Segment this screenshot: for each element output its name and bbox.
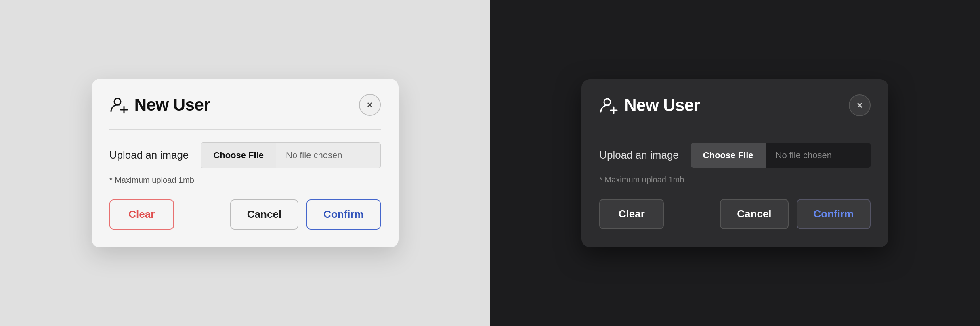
dark-no-file-label: No file chosen: [766, 143, 871, 168]
close-button[interactable]: ×: [359, 94, 381, 116]
dark-file-upload-row: Upload an image Choose File No file chos…: [599, 143, 871, 168]
dark-confirm-button[interactable]: Confirm: [797, 199, 871, 229]
dark-choose-file-button[interactable]: Choose File: [691, 143, 766, 168]
dark-close-button[interactable]: ×: [849, 94, 871, 116]
upload-label: Upload an image: [109, 149, 189, 161]
svg-point-0: [114, 98, 121, 105]
dark-upload-label: Upload an image: [599, 149, 679, 161]
no-file-label: No file chosen: [276, 143, 380, 168]
dark-user-add-icon: [599, 96, 619, 115]
dark-panel: New User × Upload an image Choose File N…: [490, 0, 980, 326]
dark-file-input-wrapper: Choose File No file chosen: [691, 143, 871, 168]
max-size-note: * Maximum upload 1mb: [109, 176, 381, 185]
clear-button[interactable]: Clear: [109, 199, 174, 230]
dark-modal-title: New User: [624, 96, 700, 115]
file-upload-row: Upload an image Choose File No file chos…: [109, 142, 381, 168]
choose-file-button[interactable]: Choose File: [201, 143, 276, 168]
light-panel: New User × Upload an image Choose File N…: [0, 0, 490, 326]
title-group: New User: [109, 95, 210, 115]
light-modal: New User × Upload an image Choose File N…: [92, 79, 399, 247]
modal-header: New User ×: [109, 95, 381, 115]
dark-modal-header: New User ×: [599, 96, 871, 115]
dark-title-group: New User: [599, 96, 700, 115]
cancel-button[interactable]: Cancel: [230, 199, 298, 230]
dark-cancel-button[interactable]: Cancel: [720, 199, 788, 229]
divider: [109, 129, 381, 130]
user-add-icon: [109, 95, 129, 115]
dark-divider: [599, 130, 871, 130]
modal-title: New User: [134, 95, 210, 115]
confirm-button[interactable]: Confirm: [306, 199, 381, 230]
file-input-wrapper: Choose File No file chosen: [201, 142, 380, 168]
dark-modal: New User × Upload an image Choose File N…: [581, 79, 888, 247]
dark-clear-button[interactable]: Clear: [599, 199, 664, 229]
modal-footer: Clear Cancel Confirm: [109, 199, 381, 230]
dark-max-size-note: * Maximum upload 1mb: [599, 175, 871, 184]
dark-modal-footer: Clear Cancel Confirm: [599, 199, 871, 229]
svg-point-3: [604, 99, 611, 105]
